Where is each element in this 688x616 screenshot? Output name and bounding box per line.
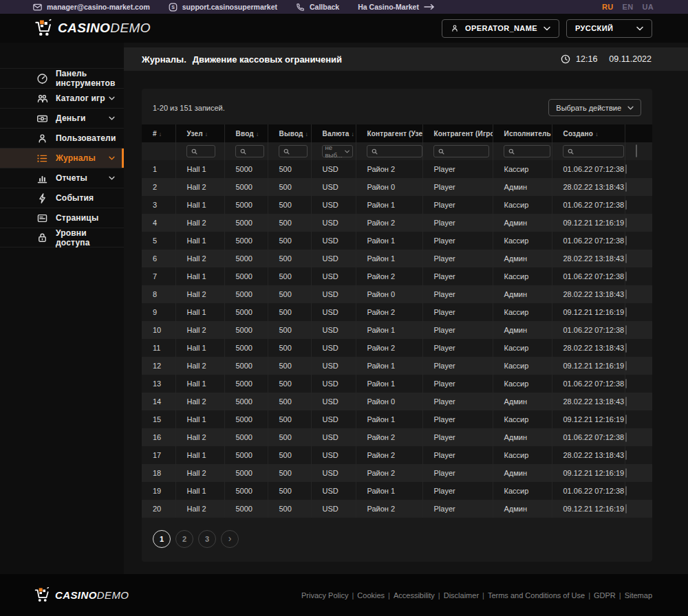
row-select-checkbox[interactable]: [625, 432, 627, 442]
row-select-checkbox[interactable]: [625, 361, 627, 371]
footer-link[interactable]: GDPR: [594, 591, 616, 600]
footer-link[interactable]: Accessibility: [394, 591, 435, 600]
row-select-checkbox[interactable]: [625, 200, 627, 210]
sidebar-item-reports[interactable]: Отчеты: [0, 168, 124, 188]
operator-dropdown[interactable]: OPERATOR_NAME: [442, 19, 559, 38]
filter-search-input[interactable]: [248, 148, 261, 155]
current-time: 12:16: [576, 54, 597, 64]
callback-link[interactable]: Callback: [296, 3, 339, 12]
lang-en[interactable]: EN: [623, 3, 634, 11]
table-cell: 28.02.22 13:18:43: [552, 446, 625, 464]
table-cell: 5000: [224, 214, 268, 232]
table-row: 13Hall 15000500USDРайон 1PlayerКассир01.…: [142, 375, 652, 393]
row-select-checkbox[interactable]: [625, 379, 627, 388]
currency-filter-select[interactable]: не выб...: [322, 145, 353, 157]
lang-ua[interactable]: UA: [643, 3, 654, 11]
support-link[interactable]: S support.casinosupermarket: [169, 3, 277, 12]
logo-bold: CASINO: [58, 21, 110, 35]
sort-arrow-icon[interactable]: ↓: [256, 131, 259, 138]
sidebar-item-events[interactable]: События: [0, 188, 124, 208]
column-header[interactable]: Вывод↓: [268, 124, 311, 142]
sidebar-item-access-levels[interactable]: Уровни доступа: [0, 228, 124, 248]
row-select-checkbox[interactable]: [625, 343, 627, 353]
market-link[interactable]: На Casino-Market: [358, 3, 435, 11]
pages-icon: [36, 212, 48, 224]
row-checkbox-cell: [625, 178, 652, 196]
row-select-checkbox[interactable]: [625, 182, 627, 192]
table-cell: Player: [422, 196, 493, 214]
row-select-checkbox[interactable]: [625, 468, 627, 478]
sort-arrow-icon[interactable]: ↓: [159, 131, 162, 138]
row-select-checkbox[interactable]: [625, 272, 627, 281]
table-cell: Player: [422, 500, 493, 518]
select-all-checkbox[interactable]: [636, 144, 637, 157]
column-header[interactable]: Ввод↓: [224, 124, 268, 142]
table-cell: Админ: [493, 250, 552, 267]
footer-link[interactable]: Cookies: [357, 591, 385, 600]
table-cell: Район 0: [356, 178, 422, 196]
table-cell: 01.06.22 07:12:38: [552, 428, 625, 446]
row-select-checkbox[interactable]: [625, 415, 627, 424]
page-button-2[interactable]: 2: [175, 530, 193, 548]
filter-search-input[interactable]: [446, 148, 486, 155]
row-select-checkbox[interactable]: [625, 254, 627, 263]
sidebar-item-dashboard[interactable]: Панель инструментов: [0, 68, 124, 88]
row-select-checkbox[interactable]: [625, 164, 627, 174]
select-action-dropdown[interactable]: Выбрать действие: [548, 99, 641, 116]
row-select-checkbox[interactable]: [625, 307, 627, 317]
utility-bar: manager@casino-market.com S support.casi…: [0, 0, 688, 14]
column-header[interactable]: Исполнитель↓: [493, 124, 552, 142]
sort-arrow-icon[interactable]: ↓: [305, 131, 308, 138]
column-header[interactable]: Узел↓: [175, 124, 224, 142]
logo[interactable]: CASINODEMO: [33, 19, 151, 38]
email-link[interactable]: manager@casino-market.com: [33, 3, 150, 12]
footer-logo[interactable]: CASINODEMO: [33, 586, 129, 604]
column-header[interactable]: #↓: [142, 124, 175, 142]
page-button-1[interactable]: 1: [153, 530, 171, 548]
row-select-checkbox[interactable]: [625, 486, 627, 496]
sidebar-item-pages[interactable]: Страницы: [0, 208, 124, 228]
column-header[interactable]: Валюта↓: [311, 124, 356, 142]
table-cell: 500: [268, 393, 311, 410]
sidebar-item-journals[interactable]: Журналы: [0, 148, 124, 168]
filter-cell: [552, 142, 625, 160]
row-select-checkbox[interactable]: [625, 218, 627, 228]
footer-link[interactable]: Disclaimer: [444, 591, 479, 600]
page-section: Журналы.: [142, 54, 186, 65]
row-select-checkbox[interactable]: [625, 504, 627, 514]
column-header[interactable]: Создано↓: [552, 124, 625, 142]
footer-link[interactable]: Sitemap: [625, 591, 652, 600]
filter-search-box: [504, 145, 550, 157]
sort-arrow-icon[interactable]: ↓: [595, 131, 598, 138]
table-cell: 8: [142, 285, 175, 303]
row-select-checkbox[interactable]: [625, 450, 627, 460]
filter-search-input[interactable]: [291, 148, 304, 155]
filter-search-input[interactable]: [575, 148, 621, 155]
footer-link[interactable]: Terms and Conditions of Use: [488, 591, 585, 600]
row-checkbox-cell: [625, 500, 652, 518]
sort-arrow-icon[interactable]: ↓: [352, 131, 354, 138]
filter-search-input[interactable]: [379, 148, 419, 155]
lang-ru[interactable]: RU: [602, 3, 614, 11]
sidebar-item-users[interactable]: Пользователи: [0, 128, 124, 148]
sidebar-item-money[interactable]: Деньги: [0, 108, 124, 128]
table-row: 12Hall 25000500USDРайон 1PlayerКассир09.…: [142, 357, 652, 375]
table-cell: USD: [311, 410, 356, 428]
next-page-button[interactable]: ›: [221, 530, 239, 548]
row-checkbox-cell: [625, 428, 652, 446]
sidebar-item-games-catalog[interactable]: Каталог игр: [0, 88, 124, 108]
sort-arrow-icon[interactable]: ↓: [205, 131, 208, 138]
row-select-checkbox[interactable]: [625, 236, 627, 245]
page-button-3[interactable]: 3: [198, 530, 216, 548]
row-checkbox-cell: [625, 160, 652, 178]
row-select-checkbox[interactable]: [625, 289, 627, 299]
filter-search-input[interactable]: [199, 148, 212, 155]
footer-link[interactable]: Privacy Policy: [301, 591, 348, 600]
column-header[interactable]: Контрагент (Узел)↓: [356, 124, 422, 142]
row-select-checkbox[interactable]: [625, 325, 627, 335]
table-cell: Кассир: [493, 339, 552, 357]
language-dropdown[interactable]: РУССКИЙ: [566, 19, 652, 38]
filter-search-input[interactable]: [516, 148, 547, 155]
column-header[interactable]: Контрагент (Игрок)↓: [422, 124, 493, 142]
row-select-checkbox[interactable]: [625, 397, 627, 406]
